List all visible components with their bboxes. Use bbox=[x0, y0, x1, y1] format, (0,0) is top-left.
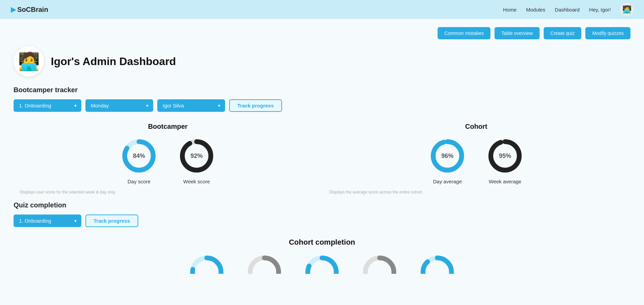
day-score-item: 84% Day score bbox=[120, 137, 158, 184]
navbar-avatar[interactable]: 🧑‍💻 bbox=[620, 3, 633, 16]
week-average-item: 95% Week average bbox=[486, 137, 524, 184]
quiz-completion-section: Quiz completion 1. Onboarding 2. Module … bbox=[14, 201, 630, 227]
cohort-completion-title: Cohort completion bbox=[14, 238, 630, 247]
dashboard-avatar-icon: 🧑‍💻 bbox=[18, 51, 40, 72]
week-score-value: 92% bbox=[190, 152, 203, 160]
dashboard-avatar: 🧑‍💻 bbox=[14, 46, 44, 77]
table-overview-button[interactable]: Table overview bbox=[495, 27, 540, 39]
bootcamper-tracker-title: Bootcamper tracker bbox=[14, 86, 630, 94]
nav-dashboard[interactable]: Dashboard bbox=[555, 7, 580, 13]
week-average-donut: 95% bbox=[486, 137, 524, 175]
nav-home[interactable]: Home bbox=[503, 7, 517, 13]
dashboard-header: 🧑‍💻 Igor's Admin Dashboard bbox=[14, 46, 630, 77]
day-score-donut: 84% bbox=[120, 137, 158, 175]
module-select[interactable]: 1. Onboarding 2. Module 2 3. Module 3 bbox=[14, 99, 81, 112]
brand-logo[interactable]: ▶ SoCBrain bbox=[11, 5, 48, 14]
quiz-module-select-wrapper[interactable]: 1. Onboarding 2. Module 2 3. Module 3 bbox=[14, 215, 81, 227]
bootcamper-scores-title: Bootcamper bbox=[14, 123, 322, 130]
cohort-score-note: Displays the average score across the en… bbox=[322, 190, 430, 195]
scores-section: Bootcamper 84% Day score bbox=[14, 123, 630, 195]
svg-point-17 bbox=[423, 258, 451, 274]
week-score-item: 92% Week score bbox=[178, 137, 215, 184]
cohort-chart-3 bbox=[303, 253, 341, 274]
top-buttons-row: Common mistakes Table overview Create qu… bbox=[14, 27, 630, 39]
cohort-chart-4 bbox=[361, 253, 398, 274]
tracker-controls: 1. Onboarding 2. Module 2 3. Module 3 Mo… bbox=[14, 99, 630, 112]
week-average-value: 95% bbox=[499, 152, 511, 160]
main-content: Common mistakes Table overview Create qu… bbox=[0, 19, 644, 305]
quiz-controls: 1. Onboarding 2. Module 2 3. Module 3 Tr… bbox=[14, 215, 630, 227]
day-average-donut: 96% bbox=[429, 137, 466, 175]
navbar-right: Home Modules Dashboard Hey, Igor! 🧑‍💻 bbox=[503, 3, 633, 16]
day-select[interactable]: Monday Tuesday Wednesday Thursday Friday bbox=[85, 99, 153, 112]
day-average-item: 96% Day average bbox=[429, 137, 466, 184]
common-mistakes-button[interactable]: Common mistakes bbox=[438, 27, 490, 39]
modify-quizzes-button[interactable]: Modify quizzes bbox=[585, 27, 630, 39]
logo-chevron-icon: ▶ bbox=[11, 5, 16, 14]
navbar-greeting: Hey, Igor! bbox=[589, 7, 611, 13]
navbar: ▶ SoCBrain Home Modules Dashboard Hey, I… bbox=[0, 0, 644, 19]
day-average-value: 96% bbox=[441, 152, 454, 160]
page-title: Igor's Admin Dashboard bbox=[51, 55, 176, 68]
day-score-label: Day score bbox=[127, 179, 150, 184]
create-quiz-button[interactable]: Create quiz bbox=[544, 27, 582, 39]
cohort-charts-row bbox=[14, 253, 630, 274]
module-select-wrapper[interactable]: 1. Onboarding 2. Module 2 3. Module 3 bbox=[14, 99, 81, 112]
bootcamper-score-note: Displays user score for the selected wee… bbox=[14, 190, 122, 195]
day-score-value: 84% bbox=[133, 152, 145, 160]
cohort-chart-1 bbox=[188, 253, 225, 274]
cohort-completion-section: Cohort completion bbox=[14, 238, 630, 274]
track-progress-button[interactable]: Track progress bbox=[229, 99, 282, 112]
day-select-wrapper[interactable]: Monday Tuesday Wednesday Thursday Friday bbox=[85, 99, 153, 112]
cohort-scores-row: 96% Day average 95% Week average bbox=[322, 137, 630, 184]
cohort-chart-5 bbox=[419, 253, 456, 274]
day-average-label: Day average bbox=[433, 179, 462, 184]
week-average-label: Week average bbox=[489, 179, 521, 184]
quiz-module-select[interactable]: 1. Onboarding 2. Module 2 3. Module 3 bbox=[14, 215, 81, 227]
cohort-scores: Cohort 96% Day average bbox=[322, 123, 630, 195]
navbar-avatar-icon: 🧑‍💻 bbox=[622, 5, 631, 14]
user-select-wrapper[interactable]: Igor Silva Jane Doe John Smith bbox=[157, 99, 225, 112]
cohort-scores-title: Cohort bbox=[322, 123, 630, 130]
quiz-track-progress-button[interactable]: Track progress bbox=[85, 215, 138, 227]
nav-modules[interactable]: Modules bbox=[526, 7, 545, 13]
bootcamper-tracker-section: Bootcamper tracker 1. Onboarding 2. Modu… bbox=[14, 86, 630, 112]
week-score-label: Week score bbox=[183, 179, 210, 184]
bootcamper-scores: Bootcamper 84% Day score bbox=[14, 123, 322, 195]
quiz-completion-title: Quiz completion bbox=[14, 201, 630, 209]
bootcamper-scores-row: 84% Day score 92% Week score bbox=[14, 137, 322, 184]
cohort-chart-2 bbox=[246, 253, 283, 274]
brand-name: SoCBrain bbox=[17, 6, 48, 14]
week-score-donut: 92% bbox=[178, 137, 215, 175]
user-select[interactable]: Igor Silva Jane Doe John Smith bbox=[157, 99, 225, 112]
